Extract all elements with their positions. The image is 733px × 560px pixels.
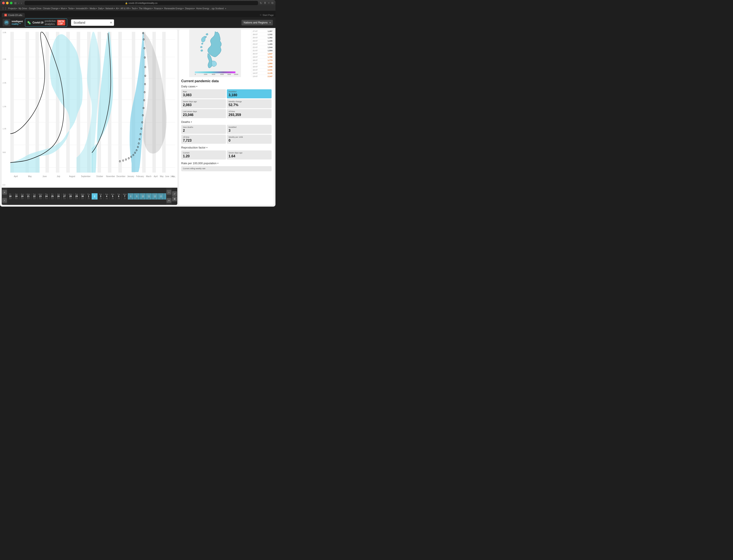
timeline-day-13-Jul[interactable]: Tue 13 Jul xyxy=(158,193,164,200)
bookmark-diaspora[interactable]: Diaspora ▾ xyxy=(185,7,195,10)
refresh-icon[interactable]: ↻ xyxy=(260,2,262,5)
rate-subsection: Rate per 100,000 population ▾ Current ro… xyxy=(181,162,272,171)
raw-value: 3,083 xyxy=(183,93,224,97)
side-list-item-24-07[interactable]: 24-07 1,445 xyxy=(251,39,274,43)
timeline-day-27-Jun[interactable]: Sun 27 Jun xyxy=(62,193,68,200)
bookmark-projects[interactable]: Projects ▾ xyxy=(8,7,17,10)
timeline-day-21-Jun[interactable]: Mon 21 Jun xyxy=(25,193,31,200)
bookmark-tech[interactable]: Tech ▾ xyxy=(132,7,138,10)
share-icon[interactable]: ⬆ xyxy=(264,1,266,5)
bookmark-villagers[interactable]: The Villagers ▾ xyxy=(139,7,153,10)
side-list-item-25-07[interactable]: 25-07 1,392 xyxy=(251,36,274,39)
side-list-item-26-07[interactable]: 26-07 1,332 xyxy=(251,33,274,36)
timeline-day-8-Jul[interactable]: Thu 8 Jul xyxy=(128,193,134,200)
timeline-day-25-Jun[interactable]: Fri 25 Jun xyxy=(49,193,56,200)
timeline-day-9-Jul[interactable]: Fri 9 Jul xyxy=(134,193,140,200)
side-list-item-13-07[interactable]: 13-07 2,247 xyxy=(251,75,274,77)
close-button[interactable] xyxy=(2,2,5,4)
side-list-item-14-07[interactable]: 14-07 2,135 xyxy=(251,72,274,75)
map-area: 0 2000 4000 6000 8000 10000 xyxy=(179,30,251,77)
timeline-day-28-Jun[interactable]: Mon 28 Jun xyxy=(68,193,74,200)
split-view-icon[interactable]: ⧉ xyxy=(271,1,273,5)
minimize-button[interactable] xyxy=(6,2,9,4)
bookmark-ai[interactable]: AI ▾ xyxy=(116,7,119,10)
side-list-item-17-07[interactable]: 17-07 1,850 xyxy=(251,62,274,65)
new-tab-icon[interactable]: + xyxy=(268,1,270,5)
bookmark-daily[interactable]: Daily ▾ xyxy=(98,7,104,10)
timeline-day-29-Jun[interactable]: Tue 29 Jun xyxy=(74,193,80,200)
timeline-day-19-Jun[interactable]: Sat 19 Jun xyxy=(13,193,19,200)
timeline-day-26-Jun[interactable]: Sat 26 Jun xyxy=(56,193,62,200)
timeline-expand-icon[interactable]: ⤢ xyxy=(172,191,177,196)
search-input[interactable] xyxy=(71,19,114,26)
maximize-button[interactable] xyxy=(10,2,12,4)
timeline-day-10-Jul[interactable]: Sat 10 Jul xyxy=(140,193,146,200)
modelled-card: Modelled 3,180 xyxy=(227,89,272,98)
side-list-item-15-07[interactable]: 15-07 2,031 xyxy=(251,68,274,72)
weekly-per-100k-value: 0 xyxy=(229,139,270,142)
timeline-day-5-Jul[interactable]: Mon 5 Jul xyxy=(110,193,116,200)
side-list-item-27-07[interactable]: 27-07 1,267 xyxy=(251,30,274,33)
timeline-day-22-Jun[interactable]: Tue 22 Jun xyxy=(31,193,37,200)
timeline-day-20-Jun[interactable]: Sun 20 Jun xyxy=(19,193,25,200)
timeline-back-small[interactable]: ‹ xyxy=(2,198,7,203)
all-time-deaths-value: 7,723 xyxy=(183,139,224,142)
y-label-3k: 3.0k xyxy=(3,31,6,34)
side-list-item-21-07[interactable]: 21-07 1,594 xyxy=(251,49,274,52)
side-list-item-16-07[interactable]: 16-07 1,936 xyxy=(251,65,274,68)
bookmark-tesla[interactable]: Tesla ▾ xyxy=(68,7,74,10)
side-list-item-19-07[interactable]: 19-07 1,706 xyxy=(251,56,274,59)
timeline-day-3-Jul[interactable]: Sat 3 Jul xyxy=(98,193,104,200)
timeline-settings-icon[interactable]: ⚙ xyxy=(172,196,177,201)
bookmark-arvr[interactable]: AR & VR ▾ xyxy=(121,7,130,10)
bookmark-network[interactable]: Network ▾ xyxy=(105,7,115,10)
nations-select[interactable]: Nations and Regions xyxy=(241,20,273,25)
r-seven-ago-label: Seven days ago xyxy=(229,152,270,154)
start-page-link[interactable]: ☆ Start Page xyxy=(260,14,274,17)
bookmark-renewable[interactable]: Renewable Energy ▾ xyxy=(164,7,184,10)
timeline-day-11-Jul[interactable]: Sun 11 Jul xyxy=(146,193,152,200)
timeline-forward-small[interactable]: › xyxy=(167,190,171,195)
timeline-day-24-Jun[interactable]: Thu 24 Jun xyxy=(43,193,49,200)
reproduction-dropdown-icon[interactable]: ▾ xyxy=(206,146,207,149)
deaths-dropdown-icon[interactable]: ▾ xyxy=(191,121,192,123)
address-bar[interactable]: 🔒 covid-19.intelligentreality.co xyxy=(25,1,258,5)
rate-dropdown-icon[interactable]: ▾ xyxy=(217,162,218,164)
side-list-item-22-07[interactable]: 22-07 1,544 xyxy=(251,46,274,49)
search-container: ✕ xyxy=(71,19,114,26)
tab-covid[interactable]: ☣ Covid-19 udu xyxy=(2,13,25,17)
bookmark-innovate[interactable]: InnovateUK ▾ xyxy=(76,7,88,10)
bookmark-more[interactable]: » xyxy=(225,7,226,10)
timeline-day-7-Jul[interactable]: Wed 7 Jul xyxy=(122,193,128,200)
timeline-forward-large[interactable]: » xyxy=(167,198,171,203)
bookmark-google-drive[interactable]: My Drive - Google Drive xyxy=(19,7,42,10)
sidebar-toggle-icon[interactable]: ⊞ xyxy=(14,2,17,5)
bookmark-climate[interactable]: Climate Change ▾ xyxy=(43,7,60,10)
bookmark-home-energy[interactable]: Home Energy ...rgy Scotland xyxy=(196,7,224,10)
main-content: iR intelligent reality™ 🦠 Covid-19 predi… xyxy=(0,17,275,207)
timeline-day-14-Jul[interactable]: Wed 14 Jul xyxy=(164,193,166,200)
grid-icon[interactable]: ⋮⋮ xyxy=(2,7,7,10)
timeline-day-1-Jul[interactable]: Thu 1 Jul xyxy=(86,193,92,200)
daily-cases-dropdown-icon[interactable]: ▾ xyxy=(196,85,197,88)
timeline-day-30-Jun[interactable]: Wed 30 Jun xyxy=(80,193,86,200)
timeline-day-12-Jul[interactable]: Mon 12 Jul xyxy=(152,193,158,200)
timeline-day-6-Jul[interactable]: Tue 6 Jul xyxy=(116,193,122,200)
bookmark-media[interactable]: Media ▾ xyxy=(90,7,97,10)
timeline-day-4-Jul[interactable]: Sun 4 Jul xyxy=(104,193,110,200)
new-deaths-label: New deaths xyxy=(183,126,224,128)
timeline-day-18-Jun[interactable]: Fri 18 Jun xyxy=(7,193,13,200)
r-seven-ago-value: 1.64 xyxy=(229,154,270,158)
timeline-day-23-Jun[interactable]: Wed 23 Jun xyxy=(37,193,43,200)
side-list-item-18-07[interactable]: 18-07 1,773 xyxy=(251,59,274,62)
forward-button[interactable]: › xyxy=(21,2,22,5)
new-deaths-value: 2 xyxy=(183,129,224,133)
timeline-back-large[interactable]: « xyxy=(2,190,7,195)
side-list-item-23-07[interactable]: 23-07 1,495 xyxy=(251,43,274,46)
search-clear-button[interactable]: ✕ xyxy=(110,21,112,24)
timeline-day-2-Jul[interactable]: Fri 2 Jul xyxy=(92,193,98,200)
side-list-item-20-07[interactable]: 20-07 1,647 xyxy=(251,52,274,56)
back-button[interactable]: ‹ xyxy=(18,2,19,5)
bookmark-finance[interactable]: Finance ▾ xyxy=(154,7,163,10)
bookmark-mum[interactable]: Mum ▾ xyxy=(61,7,67,10)
